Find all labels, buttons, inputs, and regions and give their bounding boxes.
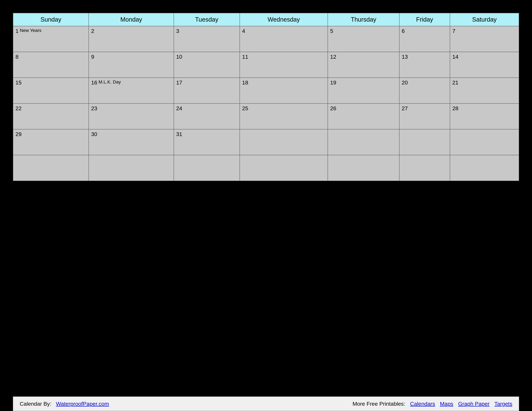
calendar-cell-1-4: 12 (328, 52, 399, 78)
calendar-cell-5-0 (13, 155, 89, 181)
cell-number: 2 (91, 28, 94, 34)
week-row-2: 1516M.L.K. Day1718192021 (13, 78, 519, 103)
calendar-cell-0-6: 7 (450, 26, 519, 52)
calendar-cell-5-3 (240, 155, 328, 181)
cell-number: 24 (176, 105, 182, 112)
calendar-cell-4-1: 30 (89, 129, 174, 155)
header-cell-tuesday: Tuesday (174, 13, 240, 26)
cell-event: New Years (20, 28, 41, 33)
calendar-cell-3-3: 25 (240, 103, 328, 129)
calendar-cell-3-4: 26 (328, 103, 399, 129)
calendar-cell-1-5: 13 (399, 52, 450, 78)
header-cell-monday: Monday (89, 13, 174, 26)
calendar-cell-5-2 (174, 155, 240, 181)
footer-link-targets[interactable]: Targets (494, 401, 513, 407)
footer: Calendar By: WaterproofPaper.com More Fr… (13, 396, 519, 411)
cell-number: 14 (452, 54, 458, 60)
calendar-cell-3-6: 28 (450, 103, 519, 129)
cell-number: 19 (330, 79, 336, 86)
calendar-cell-4-2: 31 (174, 129, 240, 155)
cell-number: 1 (16, 28, 19, 34)
calendar-cell-3-2: 24 (174, 103, 240, 129)
cell-event: M.L.K. Day (98, 79, 121, 85)
calendar-cell-2-1: 16M.L.K. Day (89, 78, 174, 103)
cell-number: 7 (452, 28, 456, 34)
header-cell-wednesday: Wednesday (240, 13, 328, 26)
cell-number: 31 (176, 131, 182, 137)
cell-number: 11 (242, 54, 248, 60)
calendar-cell-3-0: 22 (13, 103, 89, 129)
calendar-cell-0-5: 6 (399, 26, 450, 52)
calendar-cell-5-4 (328, 155, 399, 181)
footer-left: Calendar By: WaterproofPaper.com (20, 401, 352, 407)
header-row: SundayMondayTuesdayWednesdayThursdayFrid… (13, 13, 519, 26)
cell-number: 22 (16, 105, 22, 112)
cell-number: 30 (91, 131, 97, 137)
calendar-cell-5-5 (399, 155, 450, 181)
cell-number: 4 (242, 28, 245, 34)
cell-number: 16 (91, 79, 97, 86)
calendar-cell-0-1: 2 (89, 26, 174, 52)
calendar-cell-2-6: 21 (450, 78, 519, 103)
footer-site-link[interactable]: WaterproofPaper.com (56, 401, 109, 407)
calendar-cell-1-2: 10 (174, 52, 240, 78)
cell-number: 8 (16, 54, 19, 60)
calendar-cell-1-6: 14 (450, 52, 519, 78)
calendar-cell-5-6 (450, 155, 519, 181)
calendar-cell-5-1 (89, 155, 174, 181)
calendar-cell-4-5 (399, 129, 450, 155)
cell-number: 21 (452, 79, 458, 86)
calendar-cell-1-1: 9 (89, 52, 174, 78)
cell-number: 23 (91, 105, 97, 112)
calendar-cell-2-2: 17 (174, 78, 240, 103)
cell-number: 6 (402, 28, 405, 34)
footer-right: More Free Printables: Calendars Maps Gra… (352, 401, 512, 407)
calendar-cell-2-5: 20 (399, 78, 450, 103)
calendar-cell-0-0: 1New Years (13, 26, 89, 52)
week-row-3: 22232425262728 (13, 103, 519, 129)
week-row-1: 891011121314 (13, 52, 519, 78)
week-row-0: 1New Years234567 (13, 26, 519, 52)
calendar-cell-3-1: 23 (89, 103, 174, 129)
footer-link-calendars[interactable]: Calendars (410, 401, 435, 407)
footer-link-graphpaper[interactable]: Graph Paper (458, 401, 490, 407)
calendar-cell-4-0: 29 (13, 129, 89, 155)
cell-number: 18 (242, 79, 248, 86)
cell-number: 28 (452, 105, 458, 112)
cell-number: 13 (402, 54, 408, 60)
cell-number: 15 (16, 79, 22, 86)
calendar-cell-4-6 (450, 129, 519, 155)
header-cell-thursday: Thursday (328, 13, 399, 26)
cell-number: 12 (330, 54, 336, 60)
calendar-wrapper: SundayMondayTuesdayWednesdayThursdayFrid… (13, 13, 519, 398)
cell-number: 10 (176, 54, 182, 60)
calendar-cell-0-4: 5 (328, 26, 399, 52)
cell-number: 17 (176, 79, 182, 86)
cell-number: 5 (330, 28, 333, 34)
cell-number: 3 (176, 28, 179, 34)
cell-number: 25 (242, 105, 248, 112)
calendar-cell-1-0: 8 (13, 52, 89, 78)
week-row-5 (13, 155, 519, 181)
calendar-cell-2-0: 15 (13, 78, 89, 103)
header-cell-friday: Friday (399, 13, 450, 26)
cell-number: 26 (330, 105, 336, 112)
calendar-cell-2-4: 19 (328, 78, 399, 103)
cell-number: 20 (402, 79, 408, 86)
calendar-cell-2-3: 18 (240, 78, 328, 103)
calendar-cell-1-3: 11 (240, 52, 328, 78)
header-cell-sunday: Sunday (13, 13, 89, 26)
header-cell-saturday: Saturday (450, 13, 519, 26)
footer-more-label: More Free Printables: (352, 401, 405, 407)
calendar-cell-0-2: 3 (174, 26, 240, 52)
cell-number: 29 (16, 131, 22, 137)
calendar-cell-0-3: 4 (240, 26, 328, 52)
footer-by-label: Calendar By: (20, 401, 51, 407)
calendar-cell-3-5: 27 (399, 103, 450, 129)
cell-number: 27 (402, 105, 408, 112)
calendar-cell-4-4 (328, 129, 399, 155)
week-row-4: 293031 (13, 129, 519, 155)
calendar-cell-4-3 (240, 129, 328, 155)
footer-link-maps[interactable]: Maps (440, 401, 453, 407)
cell-number: 9 (91, 54, 94, 60)
